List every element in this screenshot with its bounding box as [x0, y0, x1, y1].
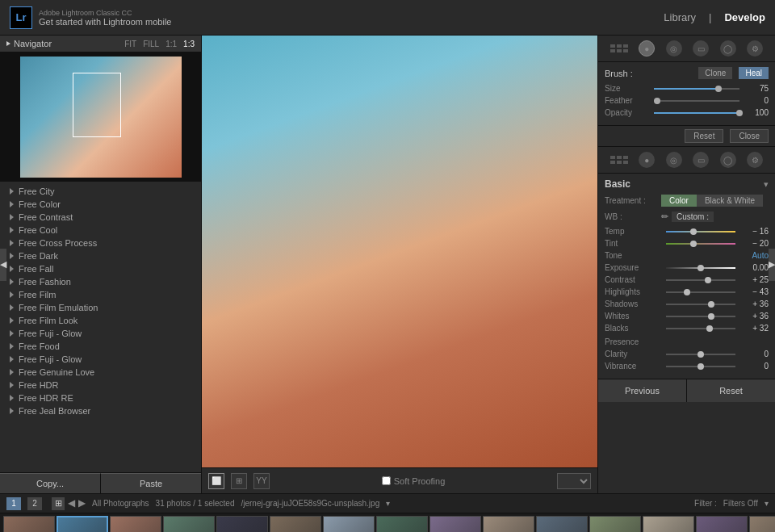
view-grid-icon[interactable]: ⊞ [231, 473, 247, 489]
whites-slider-thumb[interactable] [708, 313, 714, 320]
crop-tool-icon[interactable]: ⬜ [208, 473, 224, 489]
preset-item[interactable]: Free Contrast [0, 211, 201, 224]
preset-item[interactable]: Free Food [0, 340, 201, 353]
nav-next-arrow[interactable]: ▶ [78, 497, 86, 510]
filmstrip-thumb[interactable] [3, 516, 55, 533]
preset-item[interactable]: Free Color [0, 198, 201, 211]
copy-button[interactable]: Copy... [0, 473, 101, 493]
settings-tool-btn[interactable]: ⚙ [747, 40, 763, 57]
filmstrip-thumb[interactable] [536, 516, 588, 533]
tint-slider-thumb[interactable] [690, 241, 697, 247]
rect-tool-btn[interactable]: ▭ [693, 152, 709, 168]
zoom-fit[interactable]: FIT [124, 40, 136, 48]
filmstrip-thumb[interactable] [749, 516, 775, 533]
all-photos-label[interactable]: All Photographs [92, 499, 149, 508]
radial-tool-btn[interactable]: ◯ [720, 40, 736, 57]
filmstrip-thumb[interactable] [110, 516, 161, 533]
contrast-slider-thumb[interactable] [705, 277, 711, 283]
shadows-slider-track[interactable] [666, 304, 735, 305]
opacity-slider-thumb[interactable] [736, 110, 743, 116]
wb-value[interactable]: Custom : [672, 212, 714, 222]
eyedropper-icon[interactable]: ✏ [661, 212, 668, 222]
close-button[interactable]: Close [730, 129, 769, 143]
filename-dropdown[interactable]: ▾ [386, 499, 390, 508]
filmstrip-thumb[interactable] [589, 516, 641, 533]
filmstrip-thumb[interactable] [696, 516, 748, 533]
size-slider-track[interactable] [654, 88, 739, 90]
reset-button[interactable]: Reset [685, 129, 723, 143]
basic-expand-icon[interactable]: ▾ [764, 179, 769, 190]
navigator-collapse-icon[interactable] [6, 41, 10, 46]
zoom-1-3[interactable]: 1:3 [183, 40, 195, 48]
filmstrip-thumb[interactable] [429, 516, 481, 533]
circle2-tool-btn[interactable]: ◎ [666, 152, 682, 168]
clarity-slider-track[interactable] [666, 354, 735, 355]
library-nav[interactable]: Library [664, 11, 696, 23]
grid-tool[interactable] [610, 44, 628, 52]
opacity-slider-track[interactable] [654, 112, 739, 114]
view-compare-icon[interactable]: YY [253, 473, 270, 489]
preset-item[interactable]: Free City [0, 185, 201, 198]
filmstrip-thumb[interactable] [376, 516, 428, 533]
color-treatment-btn[interactable]: Color [661, 195, 697, 207]
zoom-fill[interactable]: FILL [143, 40, 159, 48]
develop-nav[interactable]: Develop [724, 11, 765, 23]
tint-slider-track[interactable] [666, 243, 735, 245]
preset-item[interactable]: Free Fall [0, 262, 201, 275]
page-1-btn[interactable]: 1 [6, 497, 21, 510]
preset-item[interactable]: Free Fashion [0, 275, 201, 288]
filmstrip-thumb[interactable] [643, 516, 694, 533]
soft-proofing-checkbox[interactable] [382, 476, 391, 485]
page-2-btn[interactable]: 2 [27, 497, 42, 510]
blacks-slider-thumb[interactable] [706, 325, 713, 332]
gear2-tool-btn[interactable]: ⚙ [747, 152, 763, 168]
preset-item[interactable]: Free Fuji - Glow [0, 327, 201, 340]
clarity-slider-thumb[interactable] [698, 351, 704, 358]
filmstrip-thumb[interactable] [270, 516, 321, 533]
highlights-slider-track[interactable] [666, 291, 735, 293]
preset-item[interactable]: Free Film [0, 288, 201, 301]
toolbar-dropdown[interactable] [557, 473, 591, 489]
heal-button[interactable]: Heal [739, 67, 769, 79]
filmstrip-thumb[interactable] [216, 516, 268, 533]
vibrance-slider-track[interactable] [666, 366, 735, 367]
size-slider-thumb[interactable] [715, 86, 722, 92]
grid-tool-2[interactable] [610, 156, 628, 164]
preset-item[interactable]: Free Cool [0, 224, 201, 237]
preset-item[interactable]: Free Dark [0, 249, 201, 262]
grid-icon[interactable]: ⊞ [52, 497, 65, 510]
preset-item[interactable]: Free Fuji - Glow [0, 353, 201, 366]
shadows-slider-thumb[interactable] [708, 301, 714, 308]
temp-slider-thumb[interactable] [690, 228, 697, 235]
bw-treatment-btn[interactable]: Black & White [697, 195, 763, 207]
preset-item[interactable]: Free HDR [0, 379, 201, 392]
image-container[interactable] [202, 36, 597, 467]
preset-item[interactable]: Free Cross Process [0, 237, 201, 249]
preset-item[interactable]: Free Jeal Browser [0, 404, 201, 417]
vibrance-slider-thumb[interactable] [698, 363, 704, 370]
temp-slider-track[interactable] [666, 231, 735, 232]
heal-tool-btn[interactable]: ● [639, 40, 655, 57]
preset-item[interactable]: Free Genuine Love [0, 366, 201, 379]
contrast-slider-track[interactable] [666, 279, 735, 281]
exposure-slider-thumb[interactable] [698, 265, 704, 271]
nav-prev-arrow[interactable]: ◀ [68, 497, 75, 510]
navigator-preview[interactable] [0, 52, 201, 182]
redeye-tool-btn[interactable]: ◎ [666, 40, 682, 57]
exposure-slider-track[interactable] [666, 267, 735, 269]
filmstrip-thumb[interactable] [483, 516, 534, 533]
preset-item[interactable]: Free Film Look [0, 314, 201, 327]
filmstrip-thumb[interactable] [163, 516, 215, 533]
previous-button[interactable]: Previous [598, 379, 687, 402]
ellipse-tool-btn[interactable]: ◯ [720, 152, 736, 168]
filter-dropdown-icon[interactable]: ▾ [765, 499, 769, 508]
whites-slider-track[interactable] [666, 316, 735, 317]
zoom-1-1[interactable]: 1:1 [165, 40, 177, 48]
clone-button[interactable]: Clone [698, 67, 732, 79]
tone-auto-btn[interactable]: Auto [752, 251, 769, 260]
left-panel-toggle[interactable]: ◀ [0, 249, 6, 281]
feather-slider-track[interactable] [654, 100, 739, 102]
reset-all-button[interactable]: Reset [687, 379, 775, 402]
filmstrip-thumb[interactable] [57, 516, 108, 533]
circle-tool-btn[interactable]: ● [639, 152, 655, 168]
